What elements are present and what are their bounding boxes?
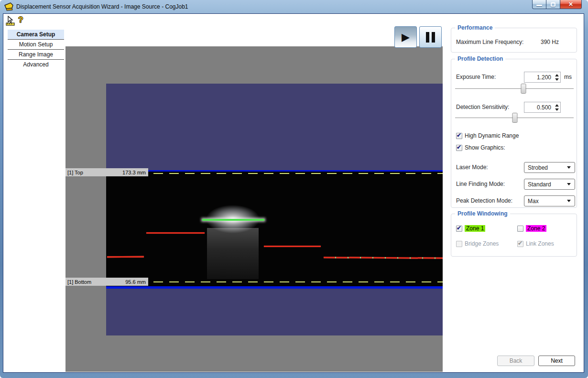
zone-top-label: [1] Top 173.3 mm [65, 168, 148, 176]
next-button[interactable]: Next [538, 356, 575, 366]
laser-line-green [202, 219, 264, 221]
spin-up-icon[interactable] [555, 74, 559, 76]
max-line-frequency-value: 390 Hz [541, 37, 559, 48]
group-title: Profile Detection [455, 55, 505, 62]
nav-item-camera-setup[interactable]: Camera Setup [8, 30, 64, 39]
exposure-time-label: Exposure Time: [456, 72, 496, 83]
group-title: Performance [455, 24, 495, 31]
exposure-time-input[interactable]: 1.200 [524, 72, 561, 83]
titlebar[interactable]: Displacement Sensor Acquisition Wizard -… [0, 0, 588, 13]
measurement-band [106, 172, 443, 286]
play-icon: ▶ [402, 32, 410, 43]
checkbox-box[interactable]: ✔ [456, 226, 462, 232]
zone-top-dashed-line [106, 173, 443, 174]
help-icon[interactable]: ? [18, 15, 23, 25]
nav-item-advanced[interactable]: Advanced [8, 60, 64, 69]
checkbox-box[interactable]: ✔ [456, 145, 462, 151]
zone-bottom-label: [1] Bottom 95.6 mm [65, 278, 148, 286]
laser-segment [264, 246, 321, 247]
minimize-button[interactable] [532, 0, 546, 9]
laser-segment [146, 232, 205, 234]
checkbox-box[interactable]: ✔ [517, 226, 523, 232]
chevron-down-icon [567, 183, 571, 185]
bridge-zones-checkbox: ✔ Bridge Zones [456, 240, 499, 248]
nav-item-range-image[interactable]: Range Image [8, 50, 64, 59]
slider-thumb[interactable] [512, 113, 518, 123]
group-title: Profile Windowing [455, 210, 510, 217]
wizard-nav: Camera Setup Motion Setup Range Image Ad… [8, 30, 64, 69]
close-button[interactable]: ✕ [560, 0, 582, 9]
window-controls: ✕ [532, 0, 582, 9]
out-of-range-band-bottom [106, 289, 443, 335]
peak-detection-mode-select[interactable]: Max [524, 195, 575, 206]
zone-bottom-dashed-line [106, 281, 443, 282]
maximize-icon [551, 2, 555, 7]
slider-track [455, 88, 574, 89]
profile-windowing-group: Profile Windowing ✔ Zone 1 ✔ Zone 2 ✔ Br… [451, 214, 577, 257]
peak-detection-mode-label: Peak Detection Mode: [456, 195, 512, 206]
slider-thumb[interactable] [521, 84, 526, 94]
show-graphics-checkbox[interactable]: ✔ Show Graphics: [456, 144, 505, 151]
zone2-label: Zone 2 [526, 225, 546, 232]
chevron-down-icon [567, 200, 571, 202]
chevron-down-icon [567, 166, 571, 169]
nav-item-motion-setup[interactable]: Motion Setup [8, 40, 64, 49]
measure-tool-icon[interactable] [6, 16, 16, 26]
profile-detection-group: Profile Detection Exposure Time: 1.200 m… [451, 59, 577, 208]
detection-sensitivity-slider[interactable] [455, 113, 574, 123]
out-of-range-band-top [106, 84, 443, 170]
performance-group: Performance Maximum Line Frequency: 390 … [451, 28, 577, 53]
spin-down-icon[interactable] [555, 78, 559, 81]
spin-up-icon[interactable] [555, 104, 559, 107]
link-zones-checkbox: ✔ Link Zones [517, 240, 554, 248]
laser-segment [107, 256, 144, 258]
zone2-checkbox[interactable]: ✔ Zone 2 [517, 225, 546, 232]
close-icon: ✕ [568, 1, 573, 8]
sensor-profile-image [106, 84, 443, 335]
exposure-spinner[interactable] [553, 72, 560, 82]
window-title: Displacement Sensor Acquisition Wizard -… [16, 3, 188, 10]
back-button: Back [497, 356, 534, 366]
laser-mode-label: Laser Mode: [456, 162, 488, 173]
detection-sensitivity-input[interactable]: 0.500 [524, 102, 561, 113]
max-line-frequency-label: Maximum Line Frequency: [456, 37, 523, 48]
detection-sensitivity-label: Detection Sensitivity: [456, 102, 509, 113]
play-button[interactable]: ▶ [394, 26, 417, 48]
spin-down-icon[interactable] [555, 108, 559, 111]
line-finding-mode-select[interactable]: Standard [524, 179, 575, 190]
laser-glow [197, 200, 269, 282]
exposure-time-slider[interactable] [455, 84, 574, 94]
laser-segment [324, 257, 443, 259]
laser-mode-select[interactable]: Strobed [524, 162, 575, 173]
sensitivity-spinner[interactable] [553, 102, 560, 112]
high-dynamic-range-checkbox[interactable]: ✔ High Dynamic Range [456, 132, 519, 140]
app-icon [4, 2, 14, 11]
exposure-unit-label: ms [564, 72, 572, 83]
line-finding-mode-label: Line Finding Mode: [456, 179, 505, 190]
checkbox-box[interactable]: ✔ [456, 133, 462, 139]
pause-button[interactable] [419, 26, 442, 48]
minimize-icon [536, 5, 542, 6]
checkbox-box: ✔ [456, 241, 462, 247]
zone1-checkbox[interactable]: ✔ Zone 1 [456, 225, 485, 232]
checkbox-box: ✔ [517, 241, 523, 247]
maximize-button[interactable] [546, 0, 560, 9]
pause-icon [426, 32, 435, 43]
image-stage[interactable]: [1] Top 173.3 mm [1] Bottom 95.6 mm [65, 46, 443, 372]
zone1-label: Zone 1 [465, 225, 485, 232]
